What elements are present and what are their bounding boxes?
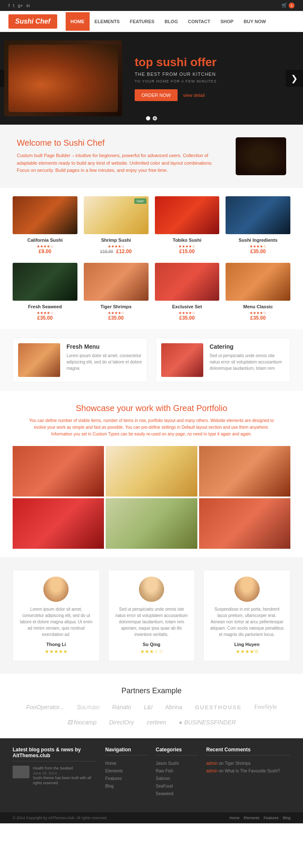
hero-dots <box>146 116 157 120</box>
footer-nav-blog[interactable]: Blog <box>105 783 147 790</box>
testimonial-3-name: Ling Huyen <box>210 642 284 647</box>
portfolio-item-5[interactable] <box>106 498 197 549</box>
hero-arrow-right[interactable]: ❯ <box>286 70 303 87</box>
product-ingredients: Sushi Ingredients ★★★★☆ £35.00 <box>226 196 290 254</box>
hero-title: top sushi offer <box>135 56 295 69</box>
testimonial-3-avatar <box>234 577 260 602</box>
footer-post-1-text: Health from the Seabed June 18, 2014 Sus… <box>33 766 97 786</box>
partner-certeen: certeen <box>146 719 166 726</box>
footer-cat-seafood[interactable]: SeaFood <box>156 783 198 790</box>
social-icons: f t g+ in <box>8 3 30 8</box>
product-ingredients-name: Sushi Ingredients <box>226 238 290 243</box>
product-classic-image[interactable] <box>226 263 290 301</box>
testimonial-1-text: Lorem ipsum dolor sit amet, consectetur … <box>19 606 93 638</box>
nav-features[interactable]: FEATURES <box>125 12 159 31</box>
nav-elements[interactable]: ELEMENTS <box>90 12 125 31</box>
footer-comments: Recent Comments admin on Tiger Shrimps a… <box>206 747 290 798</box>
testimonial-2-name: Su Qing <box>115 642 189 647</box>
footer-comments-title: Recent Comments <box>206 747 290 756</box>
portfolio-item-1[interactable] <box>13 446 104 497</box>
product-tobiko: Tobiko Sushi ★★★★☆ £15.00 <box>155 196 220 254</box>
footer-bottom-blog[interactable]: Blog <box>283 816 290 820</box>
nav-shop[interactable]: SHOP <box>215 12 239 31</box>
footer-bottom-links: Home Elements Features Blog <box>229 816 290 820</box>
nav-blog[interactable]: BLOG <box>159 12 183 31</box>
hero-title-rest: sushi offer <box>153 56 217 69</box>
footer-cat-seaweed[interactable]: Seaweed <box>156 790 198 798</box>
hero-dot-1[interactable] <box>146 116 150 120</box>
product-shrimp-image[interactable]: Sale! <box>84 196 149 234</box>
social-linkedin[interactable]: in <box>27 3 30 8</box>
product-classic-name: Menu Classic <box>226 304 290 309</box>
portfolio-item-4[interactable] <box>13 498 104 549</box>
footer-cat-jason[interactable]: Jason Sushi <box>156 760 198 767</box>
testimonial-1: Lorem ipsum dolor sit amet, consectetur … <box>13 570 100 661</box>
welcome-sushi-image <box>236 137 286 175</box>
product-ingredients-price: £35.00 <box>226 248 290 254</box>
footer-comment-1: admin on Tiger Shrimps <box>206 760 290 767</box>
logo[interactable]: Sushi Chef <box>8 14 57 29</box>
footer-cat-salmon[interactable]: Salmon <box>156 775 198 783</box>
hero-dot-2[interactable] <box>153 116 157 120</box>
welcome-paragraph: Custom built Page Builder – intuitive fo… <box>17 152 223 174</box>
footer-cat-rawfish[interactable]: Raw Fish <box>156 767 198 775</box>
footer-post-1-date: June 18, 2014 <box>33 771 97 775</box>
footer: Latest blog posts & news by AitThemes.cl… <box>0 738 303 812</box>
footer-nav-home[interactable]: Home <box>105 760 147 767</box>
portfolio-item-3[interactable] <box>199 446 290 497</box>
nav-contact[interactable]: CONTACT <box>183 12 215 31</box>
nav-buynow[interactable]: BUY NOW <box>239 12 271 31</box>
welcome-heading: Welcome to Sushi Chef <box>17 138 223 148</box>
hero-title-highlight: top <box>135 56 153 69</box>
testimonial-2-text: Sed ut perspiciatis unde omnis iste natu… <box>115 606 189 638</box>
footer-categories: Categories Jason Sushi Raw Fish Salmon S… <box>156 747 198 798</box>
footer-bottom-features[interactable]: Features <box>263 816 279 820</box>
footer-nav-features[interactable]: Features <box>105 775 147 783</box>
testimonial-2-stars: ★★★☆☆ <box>115 649 189 654</box>
social-twitter[interactable]: t <box>13 3 14 8</box>
partner-foooperator: FooOperator... <box>26 704 64 710</box>
sale-badge: Sale! <box>134 198 146 204</box>
product-tiger-image[interactable] <box>84 263 149 301</box>
footer-post-1-image <box>13 766 29 778</box>
product-tobiko-name: Tobiko Sushi <box>155 238 220 243</box>
partner-freestyle: FreeStyle <box>254 704 277 710</box>
product-exclusive-image[interactable] <box>155 263 220 301</box>
product-california-image[interactable] <box>13 196 77 234</box>
features-section: Fresh Menu Lorem ipsum dolor sit amet, c… <box>0 329 303 391</box>
footer-nav-title: Navigation <box>105 747 147 756</box>
footer-categories-title: Categories <box>156 747 198 756</box>
product-grid-row2: Fresh Seaweed ★★★★☆ £35.00 Tiger Shrimps… <box>13 263 290 321</box>
product-tiger-price: £35.00 <box>84 315 149 321</box>
product-tobiko-stars: ★★★★☆ <box>155 244 220 248</box>
footer-nav-elements[interactable]: Elements <box>105 767 147 775</box>
product-exclusive-stars: ★★★★☆ <box>155 311 220 315</box>
footer-bottom: © 2014 Copyright by AitThemes.club. All … <box>0 812 303 823</box>
hero-sub2: TO YOUR HOME FOR A FEW MINUTES <box>135 79 295 83</box>
portfolio-item-6[interactable] <box>199 498 290 549</box>
product-seaweed-image[interactable] <box>13 263 77 301</box>
footer-bottom-elements[interactable]: Elements <box>244 816 260 820</box>
footer-grid: Latest blog posts & news by AitThemes.cl… <box>13 747 290 798</box>
social-google[interactable]: g+ <box>18 3 23 8</box>
view-detail-link[interactable]: view detail <box>183 93 205 98</box>
testimonial-1-stars: ★★★★★ <box>19 649 93 654</box>
footer-bottom-home[interactable]: Home <box>229 816 239 820</box>
product-tobiko-image[interactable] <box>155 196 220 234</box>
cart-icon[interactable]: 🛒 1 <box>282 3 295 8</box>
order-now-button[interactable]: ORDER NOW <box>135 89 178 101</box>
nav-home[interactable]: HOME <box>66 12 90 31</box>
products-section: California Sushi ★★★★☆ £9.00 Sale! Shrim… <box>0 188 303 329</box>
testimonial-1-avatar <box>43 577 69 602</box>
catering-title: Catering <box>210 343 285 350</box>
welcome-heading-text: Welcome to <box>17 138 64 147</box>
social-facebook[interactable]: f <box>8 3 10 8</box>
testimonial-3: Suspendisse in est porta, hendrerit lacu… <box>203 570 290 661</box>
product-tiger-name: Tiger Shrimps <box>84 304 149 309</box>
portfolio-item-2[interactable] <box>106 446 197 497</box>
fresh-menu-text: Fresh Menu Lorem ipsum dolor sit amet, c… <box>66 343 142 377</box>
portfolio-description: You can define number of visible items, … <box>25 417 278 438</box>
partner-businessfinder: ● BUSINESSFINDER <box>179 719 236 726</box>
partners-title: Partners Example <box>13 686 290 695</box>
product-ingredients-image[interactable] <box>226 196 290 234</box>
